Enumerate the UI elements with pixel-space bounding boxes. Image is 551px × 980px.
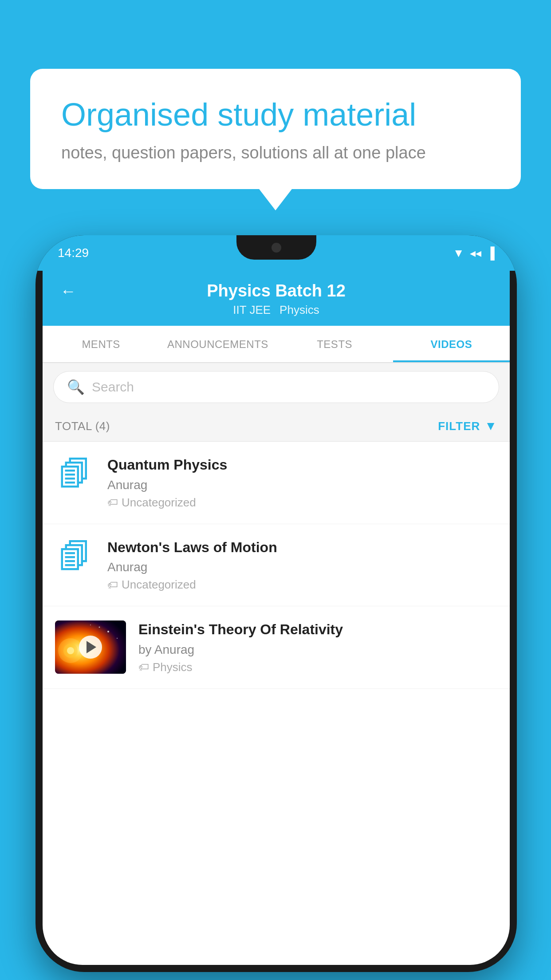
folder-icon-wrap-2: 🗐	[55, 538, 95, 573]
video-info-3: Einstein's Theory Of Relativity by Anura…	[138, 620, 497, 674]
filter-label: FILTER	[438, 419, 480, 433]
video-title-3: Einstein's Theory Of Relativity	[138, 620, 497, 639]
svg-point-6	[117, 638, 118, 639]
svg-point-5	[99, 627, 100, 628]
video-author-3: by Anurag	[138, 643, 497, 657]
bubble-title: Organised study material	[61, 95, 490, 134]
phone-screen: ← Physics Batch 12 IIT JEE Physics MENTS…	[43, 271, 510, 965]
video-tag-2: 🏷 Uncategorized	[107, 578, 497, 592]
total-count: TOTAL (4)	[55, 419, 110, 433]
tab-videos[interactable]: VIDEOS	[393, 326, 510, 362]
tag-icon-2: 🏷	[107, 579, 118, 591]
header-physics: Physics	[279, 303, 319, 317]
signal-icon: ◂◂	[470, 246, 481, 260]
tab-bar: MENTS ANNOUNCEMENTS TESTS VIDEOS	[43, 326, 510, 363]
tag-icon-3: 🏷	[138, 661, 149, 673]
svg-point-7	[90, 624, 91, 625]
header-title: Physics Batch 12	[207, 281, 346, 300]
search-container: 🔍 Search	[43, 363, 510, 411]
play-button-3[interactable]	[79, 636, 102, 659]
search-placeholder: Search	[92, 379, 134, 395]
list-item[interactable]: 🗐 Newton's Laws of Motion Anurag 🏷 Uncat…	[43, 524, 510, 607]
video-tag-3: 🏷 Physics	[138, 660, 497, 674]
video-info-2: Newton's Laws of Motion Anurag 🏷 Uncateg…	[107, 538, 497, 592]
tab-tests[interactable]: TESTS	[276, 326, 393, 362]
video-info-1: Quantum Physics Anurag 🏷 Uncategorized	[107, 456, 497, 510]
battery-icon: ▐	[487, 246, 495, 260]
svg-point-4	[107, 631, 109, 632]
play-triangle-icon	[87, 641, 96, 653]
back-button[interactable]: ←	[60, 282, 76, 300]
video-tag-1: 🏷 Uncategorized	[107, 496, 497, 510]
folder-icon-2: 🗐	[59, 541, 91, 573]
phone-notch-cutout	[236, 235, 316, 260]
video-title-1: Quantum Physics	[107, 456, 497, 474]
video-list: 🗐 Quantum Physics Anurag 🏷 Uncategorized	[43, 442, 510, 689]
video-author-1: Anurag	[107, 478, 497, 492]
header-top: ← Physics Batch 12	[60, 281, 492, 300]
svg-point-3	[67, 647, 74, 654]
tab-announcements[interactable]: ANNOUNCEMENTS	[159, 326, 276, 362]
wifi-icon: ▼	[453, 246, 464, 260]
speech-bubble-container: Organised study material notes, question…	[30, 69, 521, 189]
filter-button[interactable]: FILTER ▼	[438, 419, 497, 433]
status-icons: ▼ ◂◂ ▐	[453, 246, 495, 260]
app-header: ← Physics Batch 12 IIT JEE Physics	[43, 271, 510, 326]
search-icon: 🔍	[67, 379, 85, 395]
video-thumb-3	[55, 620, 126, 674]
list-item[interactable]: Einstein's Theory Of Relativity by Anura…	[43, 606, 510, 689]
bubble-subtitle: notes, question papers, solutions all at…	[61, 143, 490, 162]
status-bar: 14:29 ▼ ◂◂ ▐	[35, 235, 517, 271]
tag-icon-1: 🏷	[107, 496, 118, 509]
phone-outer: 14:29 ▼ ◂◂ ▐ ← Physics Batch 12	[35, 235, 517, 972]
status-time: 14:29	[58, 246, 89, 260]
filter-bar: TOTAL (4) FILTER ▼	[43, 411, 510, 442]
header-iit-jee: IIT JEE	[233, 303, 271, 317]
speech-bubble: Organised study material notes, question…	[30, 69, 521, 189]
folder-icon-1: 🗐	[59, 458, 91, 490]
list-item[interactable]: 🗐 Quantum Physics Anurag 🏷 Uncategorized	[43, 442, 510, 524]
video-title-2: Newton's Laws of Motion	[107, 538, 497, 557]
phone-wrapper: 14:29 ▼ ◂◂ ▐ ← Physics Batch 12	[35, 235, 517, 972]
filter-funnel-icon: ▼	[484, 419, 497, 433]
camera-dot	[272, 243, 281, 253]
video-author-2: Anurag	[107, 560, 497, 574]
search-bar[interactable]: 🔍 Search	[53, 371, 499, 403]
folder-icon-wrap-1: 🗐	[55, 456, 95, 490]
tab-ments[interactable]: MENTS	[43, 326, 159, 362]
header-subtitle: IIT JEE Physics	[233, 303, 319, 317]
